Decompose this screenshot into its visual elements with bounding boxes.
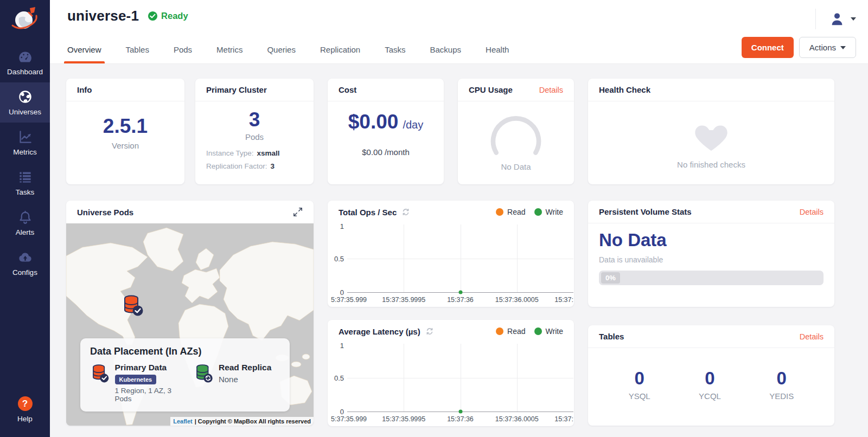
y-tick: 0.5 [334,254,344,262]
kubernetes-badge: Kubernetes [115,375,157,384]
ycql-count: 0 [705,369,714,388]
cpu-details-link[interactable]: Details [539,86,563,94]
tab-tables[interactable]: Tables [126,35,149,63]
tab-pods[interactable]: Pods [174,35,192,63]
sidebar-item-label: Alerts [16,228,35,236]
tab-health[interactable]: Health [486,35,509,63]
tab-queries[interactable]: Queries [267,35,296,63]
sidebar-item-universes[interactable]: Universes [0,82,50,123]
primary-cluster-card: Primary Cluster 3 Pods Instance Type:xsm… [195,79,314,184]
sidebar-item-tasks[interactable]: Tasks [0,163,50,203]
world-map[interactable]: Data Placement (In AZs) [66,223,314,426]
map-attribution: Leaflet | Copyright © MapBox All rights … [170,417,314,426]
tables-card: Tables Details 0 YSQL 0 YCQL 0 YEDIS [588,325,834,426]
expand-map-icon[interactable] [293,207,303,217]
sidebar-item-help[interactable]: ? Help [0,389,50,429]
sidebar-item-label: Universes [9,108,41,116]
x-axis-labels: 5:37:35.999 15:37:35.9995 15:37:36 15:37… [347,296,573,305]
pod-location-marker[interactable] [121,294,144,319]
sidebar-item-label: Configs [12,268,37,277]
x-axis-labels: 5:37:35.999 15:37:35.9995 15:37:36 15:37… [347,415,573,425]
y-tick: 0.5 [334,374,344,382]
ysql-stat: 0 YSQL [629,369,650,401]
refresh-icon[interactable] [425,327,434,336]
pods-label: Pods [245,132,264,142]
page-header: universe-1 Ready Overview Tables Pods Me… [50,0,868,64]
sidebar-item-configs[interactable]: Configs [0,243,50,283]
x-tick: 5:37:35.999 [331,296,367,304]
user-menu-caret-icon[interactable] [851,17,856,21]
universe-title: universe-1 [67,8,139,24]
x-tick: 15:37:36 [447,296,474,304]
sidebar-item-alerts[interactable]: Alerts [0,203,50,243]
y-tick: 1 [340,341,344,349]
sidebar-item-label: Metrics [13,148,37,156]
line-chart-icon [18,130,33,144]
card-title: Universe Pods [77,208,133,217]
health-check-card: Health Check No finished checks [588,79,834,184]
volume-no-data: No Data [599,230,834,250]
globe-icon [18,89,33,104]
tables-details-link[interactable]: Details [800,332,824,341]
refresh-icon[interactable] [401,208,410,216]
x-tick: 5:37:35.999 [331,415,367,423]
actions-button[interactable]: Actions [799,37,856,58]
ycql-label: YCQL [699,391,721,401]
x-tick: 15:37: [554,415,573,423]
version-value: 2.5.1 [103,115,148,138]
primary-data-block: Primary Data Kubernetes 1 Region, 1 AZ, … [90,363,189,403]
card-title: Info [77,85,92,94]
card-title: Total Ops / Sec [339,208,397,217]
planet-rocket-icon [9,5,41,34]
tab-replication[interactable]: Replication [320,35,360,63]
header-divider [815,9,816,29]
x-tick: 15:37: [554,296,573,304]
tab-backups[interactable]: Backups [430,35,462,63]
volume-progress-bar: 0% [599,271,824,285]
yedis-count: 0 [777,369,787,388]
pods-count: 3 [249,109,260,131]
write-legend-label: Write [546,208,563,216]
x-tick: 15:37:36 [447,415,474,423]
check-circle-icon [148,11,158,21]
sidebar-item-label: Tasks [16,188,35,196]
ysql-count: 0 [635,369,644,388]
tab-tasks[interactable]: Tasks [385,35,405,63]
primary-database-icon [90,363,110,383]
volume-details-link[interactable]: Details [800,208,824,216]
primary-data-summary: 1 Region, 1 AZ, 3 Pods [115,387,189,403]
card-title: CPU Usage [469,85,513,94]
ycql-stat: 0 YCQL [699,369,721,401]
y-tick: 0 [340,288,344,297]
volume-subtitle: Data is unavailable [599,255,834,264]
cost-per-day-value: $0.00 [348,111,399,133]
data-placement-panel: Data Placement (In AZs) [80,338,290,412]
yedis-stat: 0 YEDIS [769,369,794,401]
yedis-label: YEDIS [769,391,794,401]
x-tick: 15:37:35.9995 [382,415,425,423]
read-legend-dot [496,327,503,335]
info-card: Info 2.5.1 Version [66,79,184,184]
status-text: Ready [161,11,188,21]
instance-type-row: Instance Type:xsmall [206,149,303,157]
avg-latency-chart-card: Average Latency (µs) Read Write 1 0.5 0 … [328,320,574,426]
leaflet-link[interactable]: Leaflet [173,418,192,425]
gauge-icon [484,113,547,160]
overview-content: Info 2.5.1 Version Primary Cluster 3 Pod… [50,64,868,437]
tab-overview[interactable]: Overview [67,35,101,63]
connect-button[interactable]: Connect [742,37,794,58]
write-data-point [458,291,462,294]
user-avatar-icon[interactable] [829,11,845,27]
app-logo[interactable] [9,4,41,35]
sidebar-item-dashboard[interactable]: Dashboard [0,42,50,82]
actions-caret-icon [840,46,846,49]
cost-per-day-unit: /day [403,119,423,131]
card-title: Health Check [599,85,650,94]
task-list-icon [18,170,33,184]
total-ops-chart-card: Total Ops / Sec Read Write 1 0.5 0 5:37:… [328,201,574,307]
chart-legend: Read Write [496,327,563,336]
tab-metrics[interactable]: Metrics [216,35,242,63]
version-label: Version [112,141,139,150]
sidebar-item-metrics[interactable]: Metrics [0,123,50,163]
write-legend-label: Write [546,327,563,336]
